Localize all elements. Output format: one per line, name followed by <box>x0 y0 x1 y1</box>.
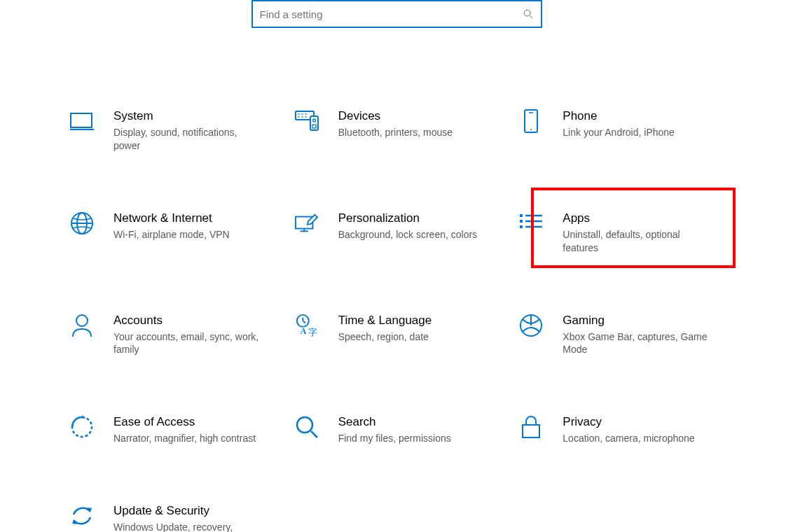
svg-rect-25 <box>520 225 523 228</box>
system-icon <box>70 109 94 133</box>
globe-icon <box>70 211 94 235</box>
svg-rect-2 <box>71 113 92 127</box>
privacy-icon <box>519 415 543 439</box>
ease-of-access-icon <box>70 415 94 439</box>
svg-line-32 <box>303 321 305 323</box>
settings-grid: System Display, sound, notifications, po… <box>70 105 723 532</box>
tile-title: Search <box>338 415 495 429</box>
svg-text:字: 字 <box>308 327 317 337</box>
search-container <box>0 0 793 28</box>
tile-desc: Bluetooth, printers, mouse <box>338 126 485 139</box>
gaming-icon <box>519 314 543 337</box>
svg-point-0 <box>524 10 530 16</box>
tile-desc: Display, sound, notifications, power <box>113 126 261 153</box>
tile-title: Ease of Access <box>113 415 270 429</box>
svg-line-1 <box>530 15 532 18</box>
tile-update-security[interactable]: Update & Security Windows Update, recove… <box>70 500 274 532</box>
tile-title: Phone <box>563 109 719 123</box>
search-category-icon <box>295 415 319 439</box>
accounts-icon <box>70 314 94 337</box>
tile-desc: Wi-Fi, airplane mode, VPN <box>113 228 261 241</box>
search-input[interactable] <box>260 8 523 20</box>
svg-rect-24 <box>520 220 523 223</box>
tile-desc: Link your Android, iPhone <box>563 126 710 139</box>
tile-system[interactable]: System Display, sound, notifications, po… <box>70 105 274 157</box>
devices-icon <box>295 109 319 133</box>
apps-icon <box>519 211 543 235</box>
search-icon <box>523 8 534 20</box>
svg-point-39 <box>297 417 312 433</box>
update-icon <box>70 504 94 528</box>
tile-title: Apps <box>563 211 719 225</box>
tile-title: Accounts <box>113 314 270 328</box>
tile-personalization[interactable]: Personalization Background, lock screen,… <box>295 207 499 259</box>
tile-desc: Find my files, permissions <box>338 432 485 445</box>
tile-title: Gaming <box>563 314 719 328</box>
svg-line-40 <box>311 431 317 438</box>
tile-devices[interactable]: Devices Bluetooth, printers, mouse <box>295 105 499 157</box>
tile-title: Personalization <box>338 211 495 225</box>
svg-rect-23 <box>520 214 523 217</box>
tile-desc: Your accounts, email, sync, work, family <box>113 330 261 357</box>
tile-title: Privacy <box>563 415 719 429</box>
phone-icon <box>519 109 543 133</box>
tile-desc: Narrator, magnifier, high contrast <box>113 432 261 445</box>
tile-ease-of-access[interactable]: Ease of Access Narrator, magnifier, high… <box>70 411 274 449</box>
tile-title: Time & Language <box>338 314 495 328</box>
search-box[interactable] <box>251 0 542 28</box>
tile-title: Network & Internet <box>113 211 270 225</box>
tile-network[interactable]: Network & Internet Wi-Fi, airplane mode,… <box>70 207 274 259</box>
tile-apps[interactable]: Apps Uninstall, defaults, optional featu… <box>519 207 723 259</box>
tile-title: Update & Security <box>113 504 270 518</box>
tile-desc: Speech, region, date <box>338 330 485 344</box>
tile-privacy[interactable]: Privacy Location, camera, microphone <box>519 411 723 449</box>
tile-desc: Uninstall, defaults, optional features <box>563 228 710 255</box>
tile-desc: Xbox Game Bar, captures, Game Mode <box>563 330 710 357</box>
tile-desc: Location, camera, microphone <box>563 432 710 445</box>
tile-desc: Windows Update, recovery, backup <box>113 521 261 532</box>
time-language-icon: A 字 <box>295 314 319 337</box>
tile-search[interactable]: Search Find my files, permissions <box>295 411 499 449</box>
tile-title: System <box>113 109 270 123</box>
personalization-icon <box>295 211 319 235</box>
svg-text:A: A <box>300 326 306 336</box>
svg-point-29 <box>76 315 88 326</box>
tile-accounts[interactable]: Accounts Your accounts, email, sync, wor… <box>70 309 274 361</box>
svg-point-16 <box>530 129 532 130</box>
svg-rect-41 <box>523 425 539 438</box>
tile-desc: Background, lock screen, colors <box>338 228 485 241</box>
tile-phone[interactable]: Phone Link your Android, iPhone <box>519 105 723 157</box>
tile-time-language[interactable]: A 字 Time & Language Speech, region, date <box>295 309 499 361</box>
tile-title: Devices <box>338 109 495 123</box>
tile-gaming[interactable]: Gaming Xbox Game Bar, captures, Game Mod… <box>519 309 723 361</box>
